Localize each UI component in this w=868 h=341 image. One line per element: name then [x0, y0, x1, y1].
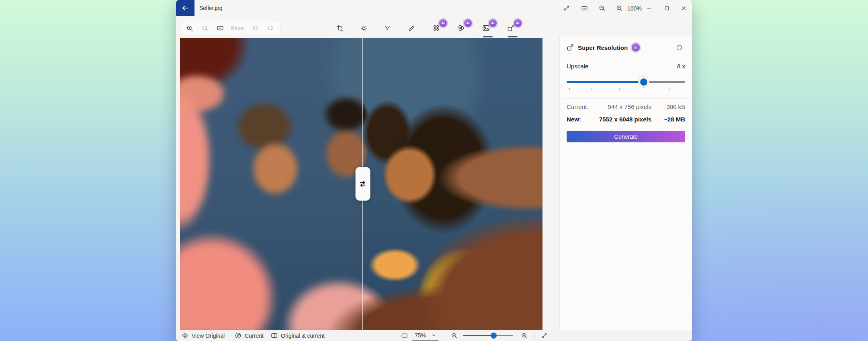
fit-to-window-button[interactable] [577, 2, 591, 14]
upscale-slider[interactable] [567, 78, 685, 86]
reset-button[interactable]: Reset [229, 22, 247, 34]
zoom-in-icon [186, 25, 193, 32]
swap-comparison-button[interactable] [355, 167, 370, 201]
zoom-in-icon [616, 5, 623, 12]
slider-fill [567, 81, 644, 83]
background-ai-tool-button[interactable]: AI [479, 21, 497, 35]
zoom-percent-value: 75% [415, 332, 426, 339]
titlebar: Selfie.jpg 100% [176, 0, 692, 16]
maximize-button[interactable] [660, 2, 674, 14]
slider-thumb[interactable] [640, 78, 647, 86]
upscale-label: Upscale [567, 63, 588, 70]
chevron-down-icon [432, 333, 436, 337]
upscale-value: 8 x [677, 63, 685, 70]
canvas-zoom-out-button[interactable] [448, 330, 461, 341]
current-label: Current [245, 333, 264, 339]
current-info-row: Current: 944 x 756 pixels 300 kB [567, 103, 685, 110]
restyle-image-tool-button[interactable]: AI [454, 21, 472, 35]
canvas-zoom-in-button[interactable] [183, 22, 197, 34]
crop-tool-button[interactable] [332, 21, 348, 35]
current-dimensions: 944 x 756 pixels [608, 103, 651, 110]
ai-badge: AI [514, 19, 522, 27]
back-button[interactable] [176, 0, 194, 16]
fit-canvas-button[interactable] [213, 22, 227, 34]
statusbar-divider [534, 332, 535, 339]
new-info-row: New: 7552 x 6048 pixels ~28 MB [567, 116, 685, 123]
new-feature-indicator [483, 36, 493, 37]
fit-to-screen-button[interactable] [398, 330, 411, 341]
redo-icon [267, 25, 274, 31]
panel-divider [562, 57, 690, 57]
super-resolution-tool-button[interactable]: AI [504, 21, 522, 35]
zoom-out-icon [599, 5, 606, 12]
slider-fill [463, 335, 493, 336]
filter-icon [384, 25, 391, 31]
generate-button[interactable]: Generate [567, 131, 685, 142]
fullscreen-icon [541, 333, 547, 339]
panel-title: Super Resolution [578, 44, 628, 51]
toggle-fullscreen-button[interactable] [560, 2, 573, 14]
new-file-size: ~28 MB [651, 116, 685, 123]
upscale-row: Upscale 8 x [567, 63, 685, 70]
current-label: Current: [567, 103, 588, 110]
fullscreen-icon [563, 5, 570, 11]
minimize-button[interactable] [642, 2, 656, 14]
undo-button[interactable] [248, 22, 262, 34]
swap-horizontal-icon [358, 179, 367, 188]
panel-header: Super Resolution AI [567, 41, 685, 54]
super-resolution-panel: Super Resolution AI Upscale 8 x [559, 37, 692, 341]
fullscreen-button[interactable] [538, 330, 551, 341]
generate-label: Generate [614, 134, 637, 140]
close-icon [681, 5, 687, 11]
redo-button[interactable] [264, 22, 277, 34]
filter-tool-button[interactable] [379, 21, 395, 35]
canvas-zoom-group: Reset [180, 21, 280, 35]
split-view-icon [271, 332, 278, 339]
generative-erase-tool-button[interactable]: AI [429, 21, 447, 35]
slider-tick [669, 88, 669, 90]
crop-icon [337, 25, 344, 32]
fit-to-window-icon [217, 25, 224, 32]
slider-tick [619, 88, 620, 90]
adjustment-tool-button[interactable] [356, 21, 372, 35]
zoom-percent-combobox[interactable]: 75% [412, 330, 438, 341]
new-label: New: [567, 116, 581, 123]
back-arrow-icon [182, 4, 189, 12]
ai-badge: AI [464, 19, 472, 27]
adjustment-sun-icon [360, 25, 367, 32]
canvas-zoom-in-button[interactable] [518, 330, 530, 341]
canvas-zoom-out-button[interactable] [198, 22, 212, 34]
feedback-button[interactable] [673, 41, 685, 53]
statusbar-divider [447, 332, 447, 339]
current-edit-icon [235, 332, 242, 339]
original-and-current-tab[interactable]: Original & current [269, 330, 326, 341]
zoom-in-icon [521, 333, 528, 339]
edit-toolbar: Reset [176, 19, 692, 37]
slider-tick [569, 88, 570, 90]
view-original-tab[interactable]: View Original [180, 330, 226, 341]
canvas-zoom-slider[interactable] [463, 335, 513, 336]
fit-to-window-icon [401, 332, 408, 339]
image-canvas [180, 38, 542, 330]
super-resolution-icon [567, 44, 574, 51]
reset-label: Reset [229, 25, 247, 31]
close-button[interactable] [677, 2, 690, 14]
panel-divider [562, 98, 690, 99]
view-original-label: View Original [192, 333, 225, 339]
ai-badge: AI [489, 19, 497, 27]
minimize-icon [646, 5, 652, 11]
ai-badge: AI [439, 19, 447, 27]
markup-tool-button[interactable] [403, 21, 420, 35]
photos-app-window: Selfie.jpg 100% [176, 0, 692, 341]
new-dimensions: 7552 x 6048 pixels [599, 116, 651, 123]
window-title: Selfie.jpg [199, 5, 223, 11]
zoom-in-button[interactable] [612, 2, 626, 14]
slider-thumb[interactable] [491, 333, 497, 339]
current-tab[interactable]: Current [233, 330, 265, 341]
zoom-out-button[interactable] [595, 2, 609, 14]
zoom-level-value: 100% [627, 5, 642, 12]
current-file-size: 300 kB [651, 103, 685, 110]
selected-tool-indicator [508, 36, 518, 37]
eye-icon [182, 332, 188, 339]
fit-to-window-icon [581, 5, 588, 12]
